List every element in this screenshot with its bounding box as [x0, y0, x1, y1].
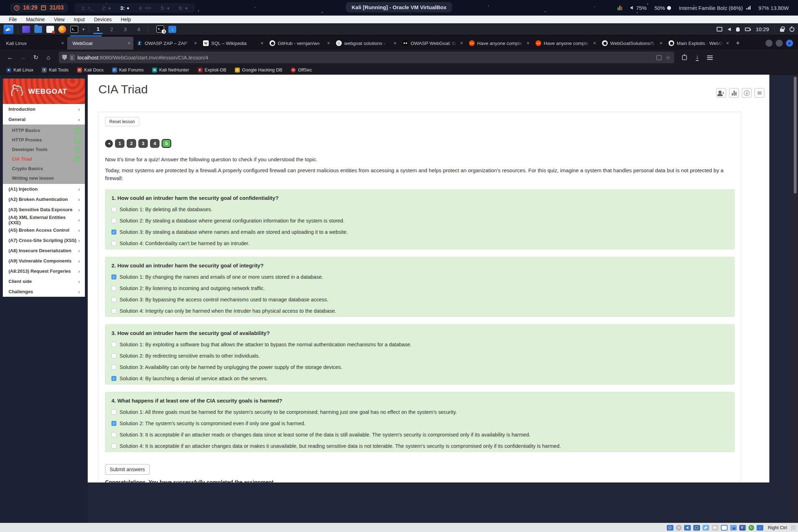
solution-checkbox[interactable]: ✓	[111, 297, 116, 302]
vbox-status-icon[interactable]	[676, 525, 682, 531]
bookmark-star-icon[interactable]: ☆	[666, 54, 671, 61]
vm-workspace-button[interactable]: 3	[121, 25, 130, 33]
brightness-indicator[interactable]: 50%	[654, 5, 671, 11]
browser-tab[interactable]: Kali Linux ×	[1, 37, 67, 50]
solution-option[interactable]: ✓ Solution 2: By listening to incoming a…	[111, 285, 728, 291]
solution-option[interactable]: ✓ Solution 3: By stealing a database whe…	[111, 229, 728, 235]
display-tray-icon[interactable]	[717, 27, 722, 31]
sidebar-lesson-item[interactable]: Developer Tools ✓	[3, 145, 85, 154]
chevron-down-icon[interactable]: ▾	[82, 27, 85, 32]
volume-indicator[interactable]: 75%	[630, 5, 647, 11]
browser-tab[interactable]: OWASP WebGoat: G ×	[400, 37, 466, 50]
menu-item[interactable]: Input	[69, 17, 89, 22]
new-tab-button[interactable]: +	[732, 37, 744, 50]
scoreboard-button[interactable]	[729, 88, 739, 98]
kali-menu-button[interactable]	[4, 25, 13, 34]
tab-close-icon[interactable]: ×	[194, 40, 197, 46]
menu-item[interactable]: Help	[116, 17, 136, 22]
menu-hamburger-icon[interactable]	[705, 52, 715, 63]
menu-item[interactable]: Devices	[89, 17, 116, 22]
bookmark-item[interactable]: Google Hacking DB	[235, 67, 282, 73]
sidebar-category[interactable]: (A5) Broken Access Control ›	[3, 225, 85, 235]
tab-close-icon[interactable]: ×	[261, 40, 264, 46]
vm-workspace-button[interactable]: 4	[134, 25, 143, 33]
vm-workspace-button[interactable]: 2	[107, 25, 116, 33]
forward-button[interactable]: →	[18, 52, 28, 63]
battery-tray-icon[interactable]	[745, 28, 750, 31]
vbox-status-icon[interactable]	[712, 525, 718, 531]
minimize-button[interactable]	[765, 40, 773, 47]
pagination-page-button[interactable]: 5	[162, 139, 171, 148]
solution-checkbox[interactable]: ✓	[111, 365, 116, 370]
bookmark-item[interactable]: Kali Docs	[77, 67, 104, 73]
vm-clock[interactable]: 10:29	[756, 26, 769, 32]
host-clock-widget[interactable]: 16:29 31/03	[10, 3, 68, 12]
menu-item[interactable]: View	[49, 17, 69, 22]
sidebar-category[interactable]: (A9) Vulnerable Components ›	[3, 256, 85, 266]
user-menu-button[interactable]: ▾	[716, 88, 726, 98]
text-editor-icon[interactable]	[46, 26, 54, 33]
host-workspace-switcher[interactable]: 1: >_ 2: ● 3: ● 4: </> 5: ●	[74, 3, 195, 13]
solution-option[interactable]: ✓ Solution 3: Availability can only be h…	[111, 364, 728, 370]
close-button[interactable]: ×	[786, 40, 793, 47]
terminal-launcher-icon[interactable]: $_	[70, 26, 78, 33]
solution-checkbox[interactable]: ✓	[111, 421, 116, 426]
file-manager-icon[interactable]	[34, 26, 42, 33]
browser-tab[interactable]: webgoat solutions - ×	[333, 37, 399, 50]
pagination-page-button[interactable]: 1	[115, 139, 125, 148]
sidebar-lesson-item[interactable]: HTTP Proxies ✓	[3, 135, 85, 145]
solution-checkbox[interactable]: ✓	[111, 353, 116, 358]
tab-close-icon[interactable]: ×	[394, 40, 397, 46]
sidebar-lesson-item[interactable]: Writing new lesson ✓	[3, 173, 85, 183]
browser-tab[interactable]: WebGoatSolutions/S ×	[599, 37, 665, 50]
reload-button[interactable]: ↻	[30, 52, 41, 63]
vertical-scrollbar[interactable]	[792, 75, 798, 523]
downloads-icon[interactable]: ↓	[692, 52, 702, 63]
bookmark-item[interactable]: Kali NetHunter	[152, 67, 189, 73]
maximize-button[interactable]	[776, 40, 783, 47]
menu-item[interactable]: File	[4, 17, 22, 22]
sidebar-category[interactable]: (A2) Broken Authentication ›	[3, 194, 85, 204]
solution-option[interactable]: ✓ Solution 4: Confidentiality can't be h…	[111, 241, 728, 246]
show-windows-icon[interactable]	[22, 26, 30, 33]
solution-option[interactable]: ✓ Solution 3: By bypassing the access co…	[111, 297, 728, 302]
tracking-protection-shield-icon[interactable]	[62, 55, 67, 60]
sidebar-category[interactable]: (A8) Insecure Deserialization ›	[3, 245, 85, 256]
host-workspace-indicator[interactable]: 1: >_	[81, 5, 93, 11]
reset-lesson-button[interactable]: Reset lesson	[105, 117, 139, 126]
sidebar-category[interactable]: (A1) Injection ›	[3, 184, 85, 194]
tab-close-icon[interactable]: ×	[61, 40, 64, 46]
power-menu-icon[interactable]	[790, 27, 794, 32]
notification-tray-icon[interactable]	[736, 27, 740, 31]
solution-option[interactable]: ✓ Solution 2: The system's security is c…	[111, 421, 728, 426]
host-workspace-indicator[interactable]: 3: ●	[120, 5, 129, 11]
sidebar-category[interactable]: Challenges ›	[3, 287, 85, 297]
sidebar-category[interactable]: General ›	[3, 114, 85, 125]
sidebar-category[interactable]: (A7) Cross-Site Scripting (XSS) ›	[3, 235, 85, 245]
sidebar-category[interactable]: (A4) XML External Entities (XXE) ›	[3, 215, 85, 225]
sidebar-lesson-item[interactable]: CIA Triad ✓	[3, 154, 85, 164]
firefox-launcher-icon[interactable]	[58, 25, 66, 33]
browser-tab[interactable]: Have anyone comple ×	[466, 37, 532, 50]
solution-option[interactable]: ✓ Solution 3: It is acceptable if an att…	[111, 432, 728, 438]
tab-close-icon[interactable]: ×	[327, 40, 330, 46]
sidebar-category[interactable]: Client side ›	[3, 276, 85, 287]
solution-checkbox[interactable]: ✓	[111, 241, 116, 246]
terminal-taskbar-icon[interactable]: $_3	[156, 25, 164, 33]
tab-close-icon[interactable]: ×	[128, 40, 131, 46]
vbox-status-icon[interactable]	[730, 525, 737, 531]
vbox-status-icon[interactable]	[693, 525, 700, 531]
vbox-status-icon[interactable]	[748, 525, 754, 531]
solution-checkbox[interactable]: ✓	[111, 410, 116, 415]
bookmark-item[interactable]: OffSec	[291, 67, 312, 73]
submit-answers-button[interactable]: Submit answers	[105, 464, 150, 475]
solution-option[interactable]: ✓ Solution 1: By exploiting a software b…	[111, 342, 728, 347]
pagination-page-button[interactable]: 3	[138, 139, 148, 148]
pagination-page-button[interactable]: 2	[127, 139, 136, 148]
solution-checkbox[interactable]: ✓	[111, 218, 116, 223]
solution-option[interactable]: ✓ Solution 4: Integrity can only be harm…	[111, 308, 728, 314]
solution-checkbox[interactable]: ✓	[111, 376, 116, 381]
browser-tab[interactable]: GitHub - vernjan/we ×	[267, 37, 333, 50]
vm-workspace-button[interactable]: 1	[93, 25, 103, 34]
pagination-page-button[interactable]: 4	[150, 139, 160, 148]
